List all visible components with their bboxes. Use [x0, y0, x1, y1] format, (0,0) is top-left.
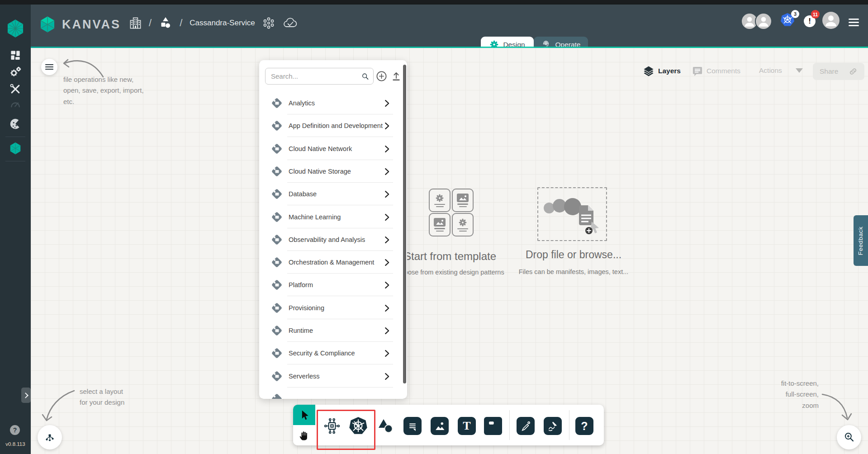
image-icon: [457, 194, 469, 202]
annotation-file-ops: file operations like new, open, save, ex…: [63, 74, 144, 107]
layers-label: Layers: [658, 67, 681, 75]
breadcrumb-separator: /: [180, 17, 182, 29]
template-card[interactable]: [429, 213, 451, 236]
annotation-arrow: [41, 386, 79, 426]
sidebar-item-kanvas-active[interactable]: [0, 141, 31, 156]
comments-button[interactable]: Comments: [692, 66, 740, 76]
designs-icon[interactable]: [159, 16, 172, 30]
chevron-down-icon: [796, 68, 803, 73]
help-tool[interactable]: ?: [575, 417, 593, 435]
components-panel: Analytics App Definition and Development…: [259, 60, 407, 399]
question-icon: ?: [581, 421, 588, 432]
category-row-app-definition[interactable]: App Definition and Development: [259, 114, 402, 137]
canvas-menu-button[interactable]: [41, 59, 57, 75]
header-menu-button[interactable]: [849, 17, 859, 28]
template-card[interactable]: [452, 189, 474, 212]
template-card[interactable]: [452, 213, 474, 236]
left-sidebar: ? v0.8.113: [0, 5, 31, 454]
share-label: Share: [820, 67, 838, 76]
comments-label: Comments: [707, 67, 740, 75]
category-row-runtime[interactable]: Runtime: [259, 319, 402, 342]
category-tag-icon: [271, 256, 283, 268]
share-button[interactable]: Share: [813, 63, 864, 80]
kanvas-app: KANVAS /: [0, 0, 868, 454]
toolbar-divider: [509, 410, 510, 440]
sidebar-divider: [5, 137, 25, 137]
layers-button[interactable]: Layers: [643, 65, 681, 77]
select-tool[interactable]: [293, 405, 315, 425]
toolbar-divider: [569, 410, 569, 440]
image-tool[interactable]: [431, 417, 449, 435]
feedback-tab[interactable]: Feedback: [854, 215, 868, 266]
sidebar-item-toolkit[interactable]: [0, 83, 31, 95]
design-canvas[interactable]: file operations like new, open, save, ex…: [31, 48, 868, 454]
pattern-status-icon[interactable]: [262, 17, 275, 29]
category-row-serverless[interactable]: Serverless: [259, 365, 402, 388]
template-card[interactable]: [429, 189, 449, 210]
sidebar-item-catalog[interactable]: [0, 117, 31, 131]
panel-scrollbar[interactable]: [403, 65, 406, 383]
pan-tool[interactable]: [293, 425, 315, 445]
category-row-orchestration[interactable]: Orchestration & Management: [259, 251, 402, 274]
kanvas-logo[interactable]: KANVAS: [38, 14, 121, 34]
kanvas-hexagon-icon: [9, 141, 22, 156]
category-row-provisioning[interactable]: Provisioning: [259, 297, 402, 319]
chevron-right-icon: [384, 99, 389, 107]
drop-file-zone[interactable]: [537, 187, 607, 241]
sidebar-item-dashboard[interactable]: [0, 49, 31, 61]
meshery-logo[interactable]: [0, 18, 31, 39]
text-tool[interactable]: T: [458, 417, 476, 435]
sidebar-item-settings[interactable]: [0, 65, 31, 79]
start-from-template-title[interactable]: Start from template: [396, 250, 504, 263]
chevron-right-icon: [384, 190, 389, 198]
person-icon: [756, 14, 771, 29]
category-row-cloud-native-network[interactable]: Cloud Native Network: [259, 137, 402, 160]
breadcrumb-separator: /: [149, 17, 152, 29]
category-row-observability[interactable]: Observability and Analysis: [259, 228, 402, 251]
zoom-button[interactable]: [837, 425, 861, 449]
category-row-cloud-native-storage[interactable]: Cloud Native Storage: [259, 160, 402, 183]
hand-icon: [299, 430, 310, 441]
actions-dropdown[interactable]: Actions: [759, 66, 803, 75]
actions-label: Actions: [759, 66, 782, 75]
pen-tool[interactable]: [517, 417, 535, 435]
import-upload-icon[interactable]: [391, 71, 402, 82]
frame-tool[interactable]: [484, 417, 502, 435]
comment-icon: [407, 421, 418, 431]
category-row-machine-learning[interactable]: Machine Learning: [259, 206, 402, 228]
frame-icon: [487, 420, 499, 432]
environment-button[interactable]: 3: [780, 13, 801, 29]
category-row-security[interactable]: Security & Compliance: [259, 342, 402, 364]
comment-tool[interactable]: [403, 417, 422, 435]
category-tag-icon: [271, 143, 283, 155]
category-row-analytics[interactable]: Analytics: [259, 92, 402, 114]
add-component-icon[interactable]: [376, 71, 387, 82]
sidebar-item-performance[interactable]: [0, 98, 31, 111]
sidebar-expand-button[interactable]: [21, 388, 31, 403]
user-avatar[interactable]: [822, 12, 840, 29]
category-row-platform[interactable]: Platform: [259, 274, 402, 296]
collaborator-avatar[interactable]: [755, 13, 772, 30]
layout-button[interactable]: [38, 425, 62, 449]
cluster-count-badge: 3: [791, 10, 799, 18]
chevron-right-icon: [384, 350, 389, 357]
cloud-save-status-icon[interactable]: [282, 17, 298, 29]
tools-icon: [9, 83, 22, 95]
brand-name: KANVAS: [62, 18, 121, 32]
component-search[interactable]: [265, 68, 374, 85]
hamburger-icon: [45, 64, 53, 70]
search-icon[interactable]: [361, 71, 370, 82]
sidebar-divider: [5, 161, 25, 161]
drop-file-icon: [538, 188, 606, 240]
shapes-tool[interactable]: [375, 416, 395, 436]
search-input[interactable]: [266, 72, 361, 80]
help-button[interactable]: ?: [10, 425, 20, 435]
notifications-button[interactable]: ! 11: [803, 14, 822, 30]
category-tag-icon: [271, 302, 283, 314]
chevron-right-icon: [384, 259, 389, 266]
sketch-tool[interactable]: [544, 417, 562, 435]
category-row-partial[interactable]: [259, 388, 402, 399]
category-row-database[interactable]: Database: [259, 183, 402, 205]
organization-icon[interactable]: [129, 16, 142, 30]
drop-file-title[interactable]: Drop file or browse...: [510, 249, 637, 261]
